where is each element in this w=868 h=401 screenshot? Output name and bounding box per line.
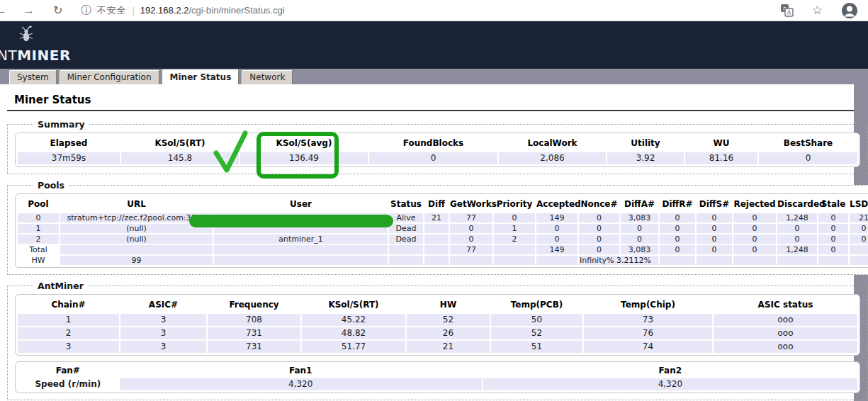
table-cell [660,256,695,265]
table-cell: 0 [536,224,577,233]
table-cell: 3 [120,314,206,326]
table-row: 0stratum+tcp://zec.f2pool.com:3357Alive2… [18,213,868,222]
column-header: DiffA# [621,196,658,212]
column-header: Elapsed [18,135,120,151]
column-header: KSol/S(RT) [121,135,239,151]
antminer-fieldset: AntMiner Chain#ASIC#FrequencyKSol/S(RT)H… [7,281,868,400]
column-header: BestShare [759,135,857,151]
tab-bar: System Miner Configuration Miner Status … [0,69,868,84]
screen: { "browser": { "security_label": "不安全", … [0,0,868,401]
table-cell: 731 [208,327,300,339]
column-header: Temp(PCB) [491,297,582,312]
tab-miner-status[interactable]: Miner Status [162,69,239,84]
translate-icon[interactable]: a A [780,4,794,17]
table-cell: 0 [579,235,619,244]
table-cell: Dead [389,224,423,233]
table-cell [424,224,449,233]
table-cell: 0 [369,152,497,164]
column-header: Nonce# [579,196,619,212]
column-header: Fan2 [483,364,857,377]
column-header: LSDiff [850,196,868,212]
table-cell: Dead [389,235,423,244]
table-row: 1(null)Dead01000000000 [18,224,868,233]
summary-fieldset: Summary ElapsedKSol/S(RT)KSol/S(avg)Foun… [7,119,868,174]
profile-avatar-icon[interactable] [841,2,858,19]
column-header: WU [685,135,757,151]
table-cell: 0 [660,213,695,222]
table-cell: Infinity% 3.2112% [579,256,619,265]
table-cell: 3 [18,341,119,353]
table-cell: 81.16 [685,152,757,164]
table-cell [424,235,449,244]
table-cell: 0 [579,224,619,233]
column-header: FoundBlocks [369,135,497,151]
column-header: KSol/S(avg) [240,135,368,151]
table-cell: 26 [407,327,490,339]
table-cell [777,256,817,265]
ant-icon [19,26,35,44]
column-header: Frequency [208,297,300,312]
address-bar[interactable]: ⓘ 不安全 | 192.168.2.2/cgi-bin/minerStatus.… [81,4,284,17]
table-cell: 0 [777,235,817,244]
table-cell [424,245,449,254]
table-cell: 21 [407,341,490,353]
summary-table: ElapsedKSol/S(RT)KSol/S(avg)FoundBlocksL… [15,132,860,167]
table-cell: 0 [733,224,776,233]
table-cell: 52 [491,327,582,339]
url-text[interactable]: 192.168.2.2/cgi-bin/minerStatus.cgi [140,5,285,16]
table-cell [850,245,868,254]
page-info-icon[interactable]: ⓘ [81,4,91,17]
table-cell: 2 [18,327,119,339]
table-row: HW99Infinity% 3.2112% [18,256,868,265]
tab-miner-configuration[interactable]: Miner Configuration [60,70,159,84]
bookmark-star-icon[interactable]: ☆ [812,3,823,18]
summary-legend: Summary [33,119,89,130]
column-header: LocalWork [499,135,606,151]
column-header: Utility [607,135,684,151]
tab-network[interactable]: Network [242,70,293,84]
table-cell: 3 [120,327,206,339]
table-cell: 708 [208,314,300,326]
table-cell: 76 [584,327,712,339]
column-header: Fan# [18,364,118,377]
table-cell: 77 [450,213,492,222]
table-cell: 0 [579,245,619,254]
table-cell: Total [18,245,59,254]
table-cell [494,245,535,254]
table-cell: 0 [536,235,577,244]
table-cell: 0 [660,245,695,254]
table-cell: 0 [733,245,776,254]
table-cell [389,256,423,265]
table-cell: 0 [850,235,868,244]
table-cell: 0 [579,213,619,222]
tab-system[interactable]: System [9,70,57,84]
table-row: 37m59s145.8136.4902,0863.9281.160 [18,152,857,164]
table-row: 2(null)antminer_1Dead02000000000 [18,235,868,244]
table-cell: 3,083 [621,213,658,222]
content-panel: Miner Status Summary ElapsedKSol/S(RT)KS… [0,84,854,401]
table-cell: antminer_1 [214,235,388,244]
fans-table: Fan#Fan1Fan2 Speed (r/min)4,3204,320 [15,361,860,393]
table-cell: 37m59s [18,152,120,164]
column-header: GetWorks [450,196,492,212]
column-header: User [214,196,388,212]
table-cell: HW [18,256,59,265]
browser-actions: a A ☆ [780,2,868,19]
table-cell: 0 [697,224,732,233]
reload-icon[interactable]: ↻ [53,5,62,16]
app-header: NTMINER [0,21,868,69]
column-header: ASIC status [714,297,857,312]
table-cell: 136.49 [240,152,368,164]
column-header: ASIC# [120,297,206,312]
table-cell [214,256,388,265]
forward-icon[interactable]: → [23,4,35,16]
table-cell [850,256,868,265]
url-path: /cgi-bin/minerStatus.cgi [188,5,284,16]
table-cell [536,256,577,265]
table-cell: 2 [494,235,535,244]
table-cell: 0 [818,224,848,233]
column-header: HW [407,297,490,312]
back-icon[interactable]: ← [0,4,7,16]
title-divider [7,110,854,111]
antminer-legend: AntMiner [33,281,88,291]
